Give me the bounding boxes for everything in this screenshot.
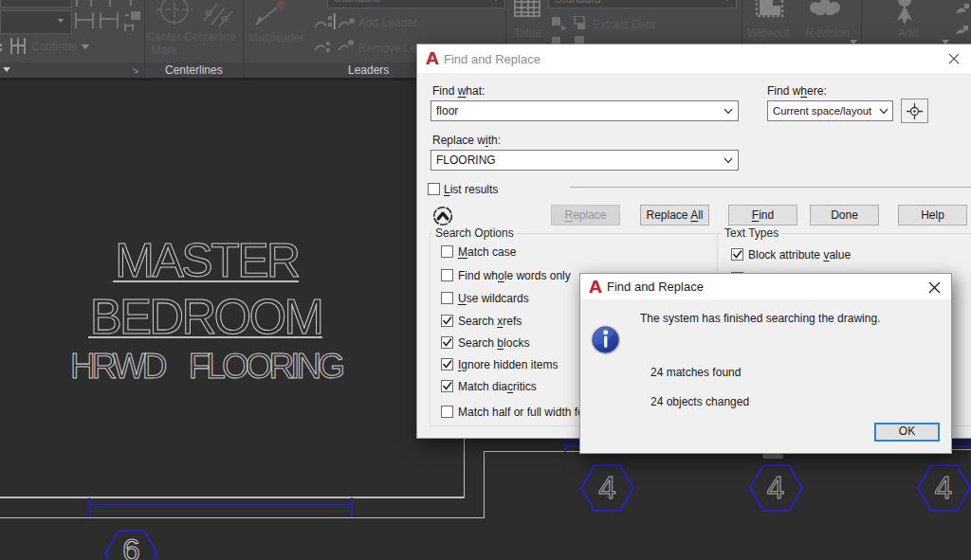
svg-text:MASTER: MASTER bbox=[115, 234, 299, 287]
svg-text:HRWD FLOORING: HRWD FLOORING bbox=[70, 347, 343, 386]
svg-text:BEDROOM: BEDROOM bbox=[90, 290, 322, 344]
